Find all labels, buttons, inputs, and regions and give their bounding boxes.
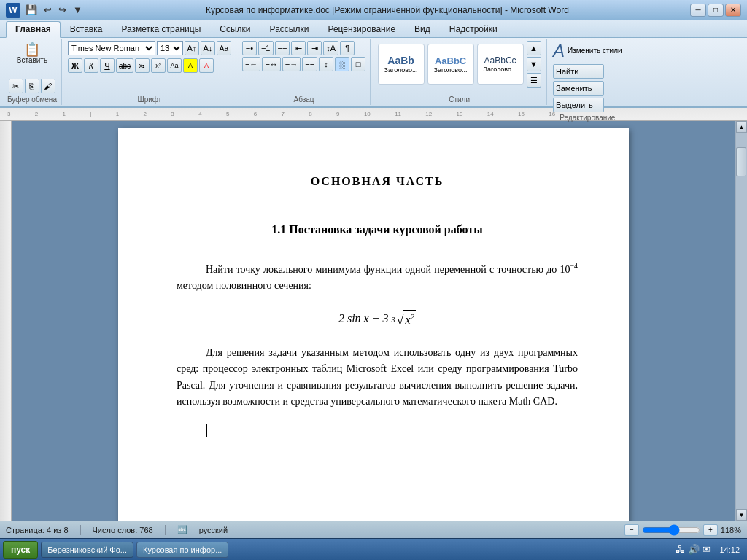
tab-references[interactable]: Ссылки [210, 21, 260, 37]
change-styles-text: Изменить стили [568, 47, 622, 55]
restore-button[interactable]: □ [708, 4, 724, 17]
ruler-label: 3 · · · · · · · 2 · · · · · · · 1 · · · … [7, 111, 555, 117]
scroll-track[interactable] [736, 133, 747, 509]
tab-insert[interactable]: Вставка [61, 21, 112, 37]
undo-quick-btn[interactable]: ↩ [42, 4, 54, 16]
tab-review[interactable]: Рецензирование [318, 21, 405, 37]
align-left-btn[interactable]: ≡← [242, 57, 260, 71]
decrease-indent-btn[interactable]: ⇤ [291, 41, 306, 55]
close-button[interactable]: ✕ [725, 4, 741, 17]
font-color-btn[interactable]: A [199, 58, 214, 73]
change-styles-area: A Изменить стили [553, 41, 622, 61]
text-effects-btn[interactable]: Аа [167, 58, 182, 73]
start-button[interactable]: пуск [3, 541, 38, 559]
underline-btn[interactable]: Ч [100, 58, 115, 73]
paste-icon: 📋 [24, 43, 40, 56]
text-cursor-line[interactable] [206, 422, 578, 438]
minimize-button[interactable]: ─ [690, 4, 706, 17]
doc-paragraph-1: Найти точку локального минимума функции … [177, 260, 578, 294]
scroll-thumb[interactable] [736, 147, 746, 176]
tab-mailings[interactable]: Рассылки [260, 21, 319, 37]
redo-quick-btn[interactable]: ↪ [56, 4, 69, 16]
style-heading2[interactable]: AaBbC Заголово... [427, 44, 474, 85]
cut-button[interactable]: ✂ [9, 79, 23, 93]
format-painter-button[interactable]: 🖌 [41, 79, 55, 93]
styles-more[interactable]: ☰ [527, 73, 541, 88]
status-bar: Страница: 4 из 8 Число слов: 768 🔤 русск… [0, 521, 747, 538]
ruler-marks: 3 · · · · · · · 2 · · · · · · · 1 · · · … [7, 108, 740, 120]
status-sep-1 [80, 525, 81, 535]
zoom-in-btn[interactable]: + [703, 524, 718, 536]
borders-btn[interactable]: □ [351, 57, 365, 71]
clear-format-btn[interactable]: Aa [217, 41, 231, 55]
spell-icon: 🔤 [177, 525, 187, 534]
subscript-btn[interactable]: x₂ [135, 58, 150, 73]
document-page[interactable]: ОСНОВНАЯ ЧАСТЬ 1.1 Постановка задачи кур… [118, 128, 629, 521]
tray-area: 🖧 🔊 ✉ [676, 544, 711, 555]
strikethrough-btn[interactable]: abc [116, 58, 133, 73]
sort-btn[interactable]: ↕A [323, 41, 338, 55]
style-h1-preview: AaBb [387, 55, 414, 66]
window-controls: ─ □ ✕ [690, 4, 741, 17]
decrease-font-btn[interactable]: A↓ [201, 41, 215, 55]
radical-content: x2 [403, 310, 416, 330]
tab-view[interactable]: Вид [405, 21, 440, 37]
numbering-btn[interactable]: ≡1 [258, 41, 274, 55]
taskbar-app-1[interactable]: Березниковский Фо... [41, 542, 133, 558]
bold-btn[interactable]: Ж [68, 58, 82, 73]
zoom-level: 118% [721, 526, 741, 534]
doc-paragraph-2: Для решения задачи указанным методом исп… [177, 345, 578, 411]
doc-heading-sub: 1.1 Постановка задачи курсовой работы [177, 220, 578, 239]
styles-group: AaBb Заголово... AaBbC Заголово... AaBbC… [372, 39, 547, 105]
tab-home[interactable]: Главная [6, 21, 61, 38]
justify-btn[interactable]: ≡≡ [302, 57, 317, 71]
customize-quick-btn[interactable]: ▼ [71, 4, 85, 16]
scroll-up-btn[interactable]: ▲ [736, 121, 747, 133]
style-heading1[interactable]: AaBb Заголово... [378, 44, 425, 85]
copy-button[interactable]: ⎘ [25, 79, 39, 93]
show-marks-btn[interactable]: ¶ [340, 41, 355, 55]
align-buttons-row: ≡← ≡↔ ≡→ ≡≡ ↕ ░ □ [242, 57, 365, 71]
highlight-btn[interactable]: A [183, 58, 198, 73]
tab-addins[interactable]: Надстройки [440, 21, 507, 37]
paragraph-group: ≡• ≡1 ≡≡ ⇤ ⇥ ↕A ¶ ≡← ≡↔ ≡→ ≡≡ ↕ ░ □ Абза… [238, 39, 371, 105]
superscript-btn[interactable]: x² [151, 58, 166, 73]
save-quick-btn[interactable]: 💾 [23, 4, 39, 16]
style-h3-label: Заголово... [484, 66, 517, 73]
clipboard-group: 📋 Вставить ✂ ⎘ 🖌 Буфер обмена [3, 39, 62, 105]
document-scroll-area[interactable]: ОСНОВНАЯ ЧАСТЬ 1.1 Постановка задачи кур… [12, 121, 735, 521]
increase-font-btn[interactable]: A↑ [185, 41, 199, 55]
paste-label: Вставить [17, 56, 47, 64]
font-name-select[interactable]: Times New Roman [68, 41, 155, 55]
vertical-scrollbar: ▲ ▼ [735, 121, 747, 521]
main-area: ОСНОВНАЯ ЧАСТЬ 1.1 Постановка задачи кур… [0, 121, 747, 521]
scroll-down-btn[interactable]: ▼ [736, 509, 747, 521]
paste-button[interactable]: 📋 Вставить [13, 41, 51, 77]
line-spacing-btn[interactable]: ↕ [319, 57, 333, 71]
find-btn[interactable]: Найти [553, 64, 604, 79]
editing-group: A Изменить стили Найти Заменить Выделить… [549, 39, 627, 105]
tab-page-layout[interactable]: Разметка страницы [112, 21, 210, 37]
increase-indent-btn[interactable]: ⇥ [307, 41, 322, 55]
taskbar-app-2[interactable]: Курсовая по инфор... [136, 542, 228, 558]
font-size-select[interactable]: 13 [157, 41, 183, 55]
shading-btn[interactable]: ░ [335, 57, 349, 71]
styles-scroll-down[interactable]: ▼ [527, 57, 541, 71]
replace-btn[interactable]: Заменить [553, 81, 604, 96]
zoom-slider[interactable] [642, 525, 700, 535]
radical-sign: √ [396, 310, 403, 331]
align-center-btn[interactable]: ≡↔ [262, 57, 280, 71]
multilevel-btn[interactable]: ≡≡ [275, 41, 290, 55]
font-name-row: Times New Roman 13 A↑ A↓ Aa [68, 41, 231, 55]
font-content: Times New Roman 13 A↑ A↓ Aa Ж К Ч abc x₂… [68, 41, 231, 94]
bullets-btn[interactable]: ≡• [242, 41, 257, 55]
align-right-btn[interactable]: ≡→ [282, 57, 301, 71]
word-count: Число слов: 768 [93, 526, 153, 534]
change-styles-label[interactable]: Изменить стили [568, 47, 622, 55]
style-heading3[interactable]: AaBbCc Заголово... [477, 44, 524, 85]
styles-scroll-up[interactable]: ▲ [527, 41, 541, 55]
formula-exp2: 2 [410, 312, 414, 321]
italic-btn[interactable]: К [84, 58, 98, 73]
zoom-out-btn[interactable]: − [624, 524, 639, 536]
styles-group-label: Стили [449, 94, 470, 105]
